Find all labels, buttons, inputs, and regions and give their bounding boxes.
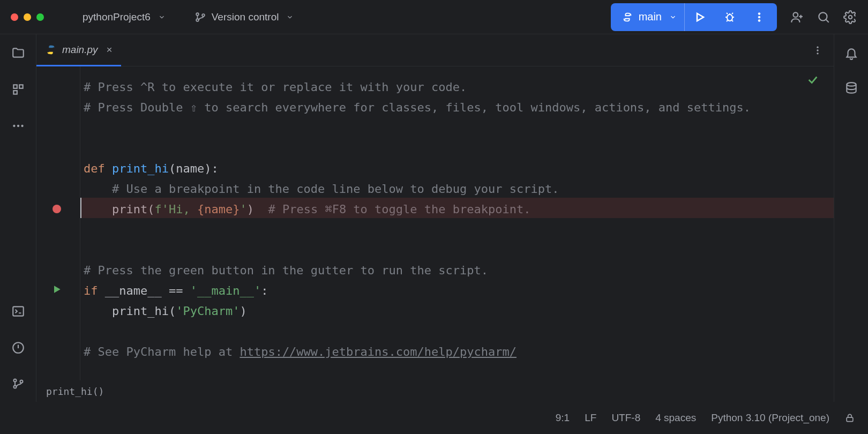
branch-icon xyxy=(194,11,206,23)
search-button[interactable] xyxy=(817,10,830,24)
svg-point-10 xyxy=(849,15,852,19)
vcs-tool-button[interactable] xyxy=(12,377,25,390)
svg-point-19 xyxy=(13,379,16,382)
tabs-more-button[interactable] xyxy=(802,34,834,66)
svg-marker-25 xyxy=(54,286,61,293)
svg-point-16 xyxy=(21,125,23,127)
more-horizontal-icon xyxy=(11,119,25,133)
window-controls xyxy=(11,13,44,21)
svg-rect-13 xyxy=(13,91,17,94)
maximize-window-button[interactable] xyxy=(36,13,44,21)
run-config-box: main xyxy=(611,3,777,31)
code-line: # Press the green button in the gutter t… xyxy=(84,260,834,281)
breakpoint-line-highlight xyxy=(80,198,834,218)
branch-icon xyxy=(12,377,25,390)
top-toolbar: pythonProject6 Version control main xyxy=(0,0,868,34)
code-line: # See PyCharm help at https://www.jetbra… xyxy=(84,342,834,362)
svg-point-21 xyxy=(20,380,23,383)
code-line: # Press ^R to execute it or replace it w… xyxy=(84,77,834,98)
run-config-name: main xyxy=(639,11,662,23)
editor-tab[interactable]: main.py × xyxy=(36,34,121,66)
python-icon xyxy=(622,11,633,23)
line-separator[interactable]: LF xyxy=(585,412,596,424)
project-selector[interactable]: pythonProject6 xyxy=(76,8,172,26)
svg-point-9 xyxy=(819,12,827,20)
code-line xyxy=(84,220,834,240)
database-button[interactable] xyxy=(844,81,858,95)
svg-point-22 xyxy=(817,46,818,48)
python-file-icon xyxy=(45,44,57,56)
run-config-selector[interactable]: main xyxy=(614,3,685,31)
breakpoint-marker[interactable] xyxy=(53,205,61,213)
svg-point-26 xyxy=(847,83,856,86)
python-interpreter[interactable]: Python 3.10 (Project_one) xyxy=(711,412,829,424)
problems-tool-button[interactable] xyxy=(11,341,25,355)
code-editor[interactable]: # Press ^R to execute it or replace it w… xyxy=(36,66,834,380)
svg-point-8 xyxy=(794,12,798,17)
svg-point-23 xyxy=(817,49,818,51)
more-vertical-icon xyxy=(812,45,823,56)
code-line: def print_hi(name): xyxy=(84,159,834,179)
svg-point-4 xyxy=(727,14,732,21)
svg-rect-11 xyxy=(13,85,17,88)
close-window-button[interactable] xyxy=(11,13,18,21)
svg-point-5 xyxy=(758,12,760,14)
terminal-tool-button[interactable] xyxy=(11,304,25,318)
cursor-position[interactable]: 9:1 xyxy=(556,412,570,424)
more-vertical-icon xyxy=(753,11,765,23)
svg-point-15 xyxy=(17,125,19,127)
play-icon xyxy=(51,284,62,295)
database-icon xyxy=(844,81,858,95)
run-more-button[interactable] xyxy=(745,11,774,23)
notifications-button[interactable] xyxy=(844,46,858,60)
run-gutter-button[interactable] xyxy=(51,284,62,295)
minimize-window-button[interactable] xyxy=(24,13,31,21)
run-button[interactable] xyxy=(685,11,715,24)
code-line xyxy=(84,138,834,159)
tab-filename: main.py xyxy=(62,44,98,56)
structure-tool-button[interactable] xyxy=(11,83,25,96)
code-line: # Press Double ⇧ to search everywhere fo… xyxy=(84,98,834,118)
code-with-me-button[interactable] xyxy=(790,10,804,24)
folder-icon xyxy=(11,46,25,60)
svg-marker-3 xyxy=(697,13,704,21)
lock-icon xyxy=(844,413,855,423)
vcs-label: Version control xyxy=(212,11,279,23)
project-tool-button[interactable] xyxy=(11,46,25,60)
vcs-menu[interactable]: Version control xyxy=(188,8,301,26)
svg-point-0 xyxy=(196,13,199,16)
svg-point-7 xyxy=(758,19,760,21)
svg-point-20 xyxy=(13,386,16,388)
bug-icon xyxy=(723,11,736,24)
svg-point-1 xyxy=(196,19,199,21)
project-name: pythonProject6 xyxy=(83,11,151,23)
more-tools-button[interactable] xyxy=(11,119,25,133)
svg-point-6 xyxy=(758,16,760,18)
structure-icon xyxy=(11,83,25,96)
indent-setting[interactable]: 4 spaces xyxy=(655,412,696,424)
breadcrumb-text: print_hi() xyxy=(46,386,104,397)
svg-rect-27 xyxy=(847,417,853,422)
svg-rect-12 xyxy=(19,85,23,88)
chevron-down-icon xyxy=(286,13,294,21)
debug-button[interactable] xyxy=(715,11,745,24)
editor-column: main.py × # Press ^R to execute it or re… xyxy=(36,34,834,402)
code-line: # Use a breakpoint in the code line belo… xyxy=(84,179,834,199)
svg-point-24 xyxy=(817,53,818,54)
search-icon xyxy=(817,10,830,24)
svg-rect-17 xyxy=(13,306,24,316)
readonly-toggle[interactable] xyxy=(844,413,855,423)
settings-button[interactable] xyxy=(843,10,857,24)
main-area: main.py × # Press ^R to execute it or re… xyxy=(0,34,868,402)
play-icon xyxy=(693,11,706,24)
bell-icon xyxy=(844,46,858,60)
code-line: if __name__ == '__main__': xyxy=(84,281,834,301)
code-line xyxy=(84,321,834,342)
file-encoding[interactable]: UTF-8 xyxy=(611,412,640,424)
close-tab-button[interactable]: × xyxy=(107,44,113,56)
warning-icon xyxy=(11,341,25,355)
chevron-down-icon xyxy=(158,13,166,21)
person-add-icon xyxy=(790,10,804,24)
code-line xyxy=(84,118,834,138)
breadcrumb-bar[interactable]: print_hi() xyxy=(36,380,834,402)
